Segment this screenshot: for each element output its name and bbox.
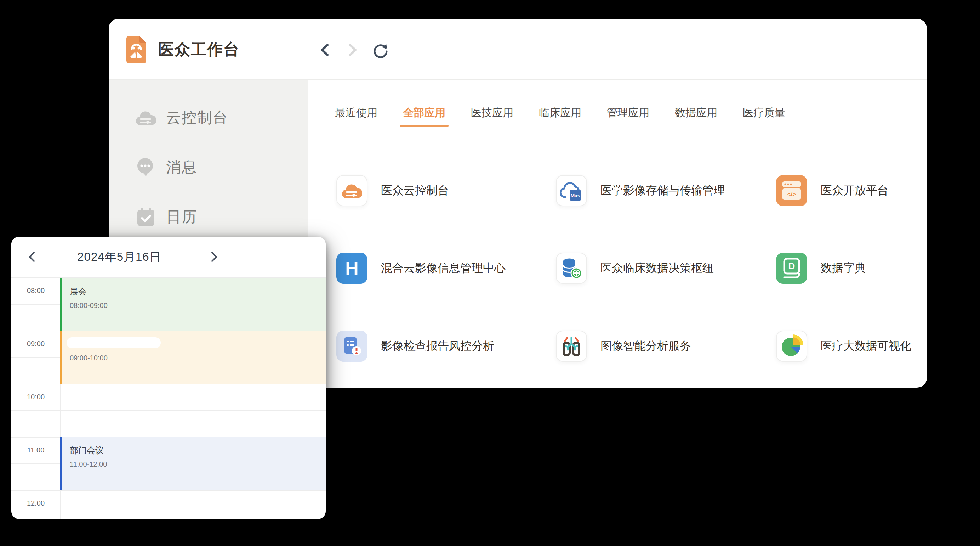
- tab-clinical[interactable]: 临床应用: [539, 106, 581, 119]
- app-label: 医众开放平台: [821, 183, 889, 198]
- event-time: 11:00-12:00: [70, 460, 326, 468]
- calendar-day-grid: 08:00 09:00 10:00 11:00 12:00 晨会 08:00-0…: [11, 278, 326, 519]
- svg-text:D: D: [789, 261, 795, 271]
- orange-cloud-sliders-icon: [336, 175, 368, 206]
- forward-button[interactable]: [344, 41, 361, 59]
- svg-text:</>: </>: [788, 191, 796, 198]
- app-report-risk-analysis[interactable]: 影像检查报告风控分析: [336, 330, 556, 362]
- active-tab-underline: [400, 125, 449, 127]
- app-open-platform[interactable]: </> 医众开放平台: [776, 175, 927, 206]
- app-medical-image-storage[interactable]: Mas 医学影像存储与传输管理: [556, 175, 776, 206]
- app-label: 图像智能分析服务: [600, 338, 691, 354]
- app-label: 医疗大数据可视化: [821, 338, 911, 354]
- time-label: 09:00: [11, 340, 60, 348]
- refresh-button[interactable]: [371, 41, 389, 59]
- app-hybrid-cloud-imaging[interactable]: H 混合云影像信息管理中心: [336, 252, 556, 284]
- cloud-console-icon: [135, 110, 156, 126]
- sidebar-item-calendar[interactable]: 日历: [135, 203, 309, 231]
- database-plus-icon: [556, 252, 587, 284]
- pie-chart-icon: [776, 330, 807, 362]
- app-label: 医众临床数据决策枢纽: [600, 260, 714, 276]
- calendar-next-button[interactable]: [205, 248, 223, 266]
- sidebar-item-label: 消息: [166, 157, 197, 177]
- blue-cloud-mas-icon: Mas: [556, 175, 587, 206]
- tab-all-apps[interactable]: 全部应用: [403, 106, 445, 119]
- app-label: 医学影像存储与传输管理: [600, 183, 725, 198]
- tab-bar: 最近使用 全部应用 医技应用 临床应用 管理应用 数据应用 医疗质量: [309, 80, 910, 125]
- content-area: 最近使用 全部应用 医技应用 临床应用 管理应用 数据应用 医疗质量: [309, 80, 927, 387]
- back-button[interactable]: [316, 41, 334, 59]
- app-cloud-console[interactable]: 医众云控制台: [336, 175, 556, 206]
- tab-label: 全部应用: [403, 107, 445, 118]
- event-time: 08:00-09:00: [70, 302, 326, 310]
- message-bubble-icon: [135, 157, 156, 177]
- svg-text:Mas: Mas: [570, 193, 580, 198]
- event-title: 部门会议: [70, 445, 326, 456]
- sidebar-item-messages[interactable]: 消息: [135, 153, 309, 181]
- window-header: 医众工作台: [109, 19, 927, 80]
- time-label: 10:00: [11, 393, 60, 401]
- sidebar-item-cloud-console[interactable]: 云控制台: [135, 104, 309, 132]
- time-label: 08:00: [11, 287, 60, 295]
- app-label: 混合云影像信息管理中心: [381, 260, 506, 276]
- sidebar-item-label: 云控制台: [166, 108, 228, 128]
- blue-h-icon: H: [336, 252, 368, 284]
- tab-quality[interactable]: 医疗质量: [743, 106, 785, 119]
- time-label: 12:00: [11, 499, 60, 508]
- calendar-event-redacted[interactable]: 09:00-10:00: [60, 330, 326, 384]
- app-label: 医众云控制台: [381, 183, 449, 198]
- event-title-placeholder: [67, 337, 161, 348]
- refresh-icon: [371, 41, 389, 59]
- calendar-event-morning-meeting[interactable]: 晨会 08:00-09:00: [60, 278, 326, 331]
- calendar-panel: 2024年5月16日 08:00 09:00 10:00 11:00 12:00…: [11, 237, 326, 519]
- chevron-right-icon: [210, 251, 219, 263]
- app-label: 影像检查报告风控分析: [381, 338, 494, 354]
- page-title: 医众工作台: [158, 19, 240, 80]
- lungs-ai-icon: [556, 330, 587, 362]
- calendar-header: 2024年5月16日: [11, 237, 326, 278]
- app-data-dictionary[interactable]: D 数据字典: [776, 252, 927, 284]
- event-color-bar: [60, 278, 62, 331]
- screen: 医众工作台: [0, 0, 980, 546]
- code-window-icon: </>: [776, 175, 807, 206]
- time-label: 11:00: [11, 446, 60, 454]
- tab-medtech[interactable]: 医技应用: [471, 106, 513, 119]
- event-title: 晨会: [70, 286, 326, 297]
- calendar-date-title: 2024年5月16日: [68, 237, 171, 278]
- event-time: 09:00-10:00: [70, 354, 326, 362]
- icon-letter: H: [345, 258, 359, 279]
- tab-data[interactable]: 数据应用: [675, 106, 717, 119]
- calendar-check-icon: [135, 207, 156, 227]
- app-logo-icon: [126, 35, 147, 64]
- green-dictionary-icon: D: [776, 252, 807, 284]
- back-arrow-icon: [318, 42, 332, 58]
- app-label: 数据字典: [821, 260, 866, 276]
- app-image-ai-analysis[interactable]: 图像智能分析服务: [556, 330, 776, 362]
- apps-grid: 医众云控制台 Mas 医学影像存储与传输管理: [336, 175, 927, 388]
- sidebar-item-label: 日历: [166, 207, 197, 227]
- report-risk-icon: [336, 330, 368, 362]
- forward-arrow-icon: [345, 42, 360, 58]
- calendar-event-department-meeting[interactable]: 部门会议 11:00-12:00: [60, 437, 326, 490]
- tab-recent[interactable]: 最近使用: [335, 106, 377, 119]
- app-big-data-visualization[interactable]: 医疗大数据可视化: [776, 330, 927, 362]
- calendar-prev-button[interactable]: [23, 248, 41, 266]
- tab-management[interactable]: 管理应用: [607, 106, 649, 119]
- event-color-bar: [60, 330, 62, 384]
- chevron-left-icon: [27, 251, 37, 263]
- app-clinical-data-hub[interactable]: 医众临床数据决策枢纽: [556, 252, 776, 284]
- event-color-bar: [60, 437, 62, 490]
